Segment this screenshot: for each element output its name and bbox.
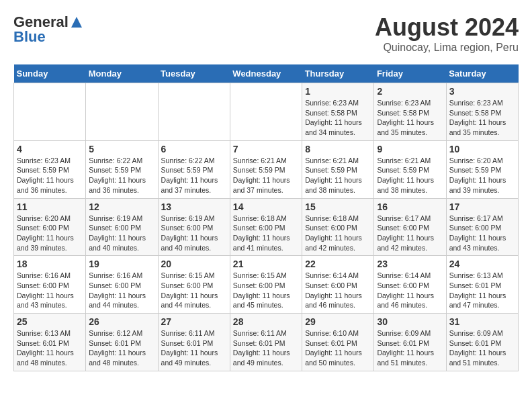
header-row: SundayMondayTuesdayWednesdayThursdayFrid…: [14, 64, 519, 83]
day-content: Sunrise: 6:21 AM Sunset: 5:59 PM Dayligh…: [233, 156, 299, 195]
svg-marker-0: [71, 17, 82, 28]
day-number: 11: [17, 201, 83, 212]
day-content: Sunrise: 6:18 AM Sunset: 6:00 PM Dayligh…: [233, 214, 299, 253]
header-day-saturday: Saturday: [446, 64, 518, 83]
calendar-cell: 31Sunrise: 6:09 AM Sunset: 6:01 PM Dayli…: [446, 314, 518, 371]
calendar-week-2: 4Sunrise: 6:23 AM Sunset: 5:59 PM Daylig…: [14, 140, 519, 198]
day-number: 9: [377, 144, 443, 154]
calendar-cell: 9Sunrise: 6:21 AM Sunset: 5:59 PM Daylig…: [374, 140, 446, 198]
day-content: Sunrise: 6:19 AM Sunset: 6:00 PM Dayligh…: [161, 214, 227, 253]
calendar-cell: 30Sunrise: 6:09 AM Sunset: 6:01 PM Dayli…: [374, 314, 446, 371]
calendar-cell: 28Sunrise: 6:11 AM Sunset: 6:01 PM Dayli…: [230, 314, 302, 371]
day-number: 6: [161, 144, 227, 154]
calendar-cell: 23Sunrise: 6:14 AM Sunset: 6:00 PM Dayli…: [374, 256, 446, 314]
calendar-cell: 26Sunrise: 6:12 AM Sunset: 6:01 PM Dayli…: [86, 314, 158, 371]
day-number: 2: [377, 86, 443, 97]
calendar-cell: 16Sunrise: 6:17 AM Sunset: 6:00 PM Dayli…: [374, 198, 446, 256]
day-number: 18: [17, 259, 83, 269]
day-content: Sunrise: 6:17 AM Sunset: 6:00 PM Dayligh…: [377, 214, 443, 253]
day-number: 12: [89, 201, 154, 212]
day-number: 3: [449, 86, 515, 97]
day-content: Sunrise: 6:15 AM Sunset: 6:00 PM Dayligh…: [161, 271, 227, 310]
day-content: Sunrise: 6:13 AM Sunset: 6:01 PM Dayligh…: [17, 328, 83, 368]
day-content: Sunrise: 6:09 AM Sunset: 6:01 PM Dayligh…: [449, 328, 515, 368]
calendar-cell: 15Sunrise: 6:18 AM Sunset: 6:00 PM Dayli…: [302, 198, 374, 256]
day-content: Sunrise: 6:11 AM Sunset: 6:01 PM Dayligh…: [161, 328, 227, 368]
header-day-tuesday: Tuesday: [158, 64, 230, 83]
day-content: Sunrise: 6:23 AM Sunset: 5:58 PM Dayligh…: [305, 98, 371, 138]
calendar-cell: [158, 83, 230, 141]
calendar-cell: [86, 83, 158, 141]
day-content: Sunrise: 6:21 AM Sunset: 5:59 PM Dayligh…: [377, 156, 443, 195]
day-number: 21: [233, 259, 299, 269]
day-number: 7: [233, 144, 299, 154]
calendar-cell: 24Sunrise: 6:13 AM Sunset: 6:01 PM Dayli…: [446, 256, 518, 314]
calendar-cell: 20Sunrise: 6:15 AM Sunset: 6:00 PM Dayli…: [158, 256, 230, 314]
calendar-cell: 21Sunrise: 6:15 AM Sunset: 6:00 PM Dayli…: [230, 256, 302, 314]
day-number: 10: [449, 144, 515, 154]
day-number: 25: [17, 316, 83, 327]
calendar-cell: [14, 83, 86, 141]
day-number: 31: [449, 316, 515, 327]
day-content: Sunrise: 6:23 AM Sunset: 5:58 PM Dayligh…: [449, 98, 515, 138]
day-content: Sunrise: 6:10 AM Sunset: 6:01 PM Dayligh…: [305, 328, 371, 368]
day-number: 30: [377, 316, 443, 327]
calendar-cell: 17Sunrise: 6:17 AM Sunset: 6:00 PM Dayli…: [446, 198, 518, 256]
day-number: 19: [89, 259, 154, 269]
calendar-cell: 12Sunrise: 6:19 AM Sunset: 6:00 PM Dayli…: [86, 198, 158, 256]
calendar-cell: 7Sunrise: 6:21 AM Sunset: 5:59 PM Daylig…: [230, 140, 302, 198]
header-day-wednesday: Wednesday: [230, 64, 302, 83]
calendar-header: SundayMondayTuesdayWednesdayThursdayFrid…: [14, 64, 519, 83]
title-block: August 2024 Quinocay, Lima region, Peru: [375, 13, 519, 54]
day-content: Sunrise: 6:16 AM Sunset: 6:00 PM Dayligh…: [17, 271, 83, 310]
day-content: Sunrise: 6:19 AM Sunset: 6:00 PM Dayligh…: [89, 214, 154, 253]
calendar-cell: 13Sunrise: 6:19 AM Sunset: 6:00 PM Dayli…: [158, 198, 230, 256]
day-content: Sunrise: 6:16 AM Sunset: 6:00 PM Dayligh…: [89, 271, 154, 310]
calendar-cell: 3Sunrise: 6:23 AM Sunset: 5:58 PM Daylig…: [446, 83, 518, 141]
day-number: 16: [377, 201, 443, 212]
calendar-cell: 18Sunrise: 6:16 AM Sunset: 6:00 PM Dayli…: [14, 256, 86, 314]
day-number: 23: [377, 259, 443, 269]
day-content: Sunrise: 6:23 AM Sunset: 5:59 PM Dayligh…: [17, 156, 83, 195]
day-content: Sunrise: 6:22 AM Sunset: 5:59 PM Dayligh…: [89, 156, 154, 195]
calendar-cell: 2Sunrise: 6:23 AM Sunset: 5:58 PM Daylig…: [374, 83, 446, 141]
logo-icon: [70, 15, 83, 29]
calendar-cell: 25Sunrise: 6:13 AM Sunset: 6:01 PM Dayli…: [14, 314, 86, 371]
calendar-week-4: 18Sunrise: 6:16 AM Sunset: 6:00 PM Dayli…: [14, 256, 519, 314]
header-day-monday: Monday: [86, 64, 158, 83]
day-content: Sunrise: 6:13 AM Sunset: 6:01 PM Dayligh…: [449, 271, 515, 310]
day-number: 26: [89, 316, 154, 327]
day-content: Sunrise: 6:09 AM Sunset: 6:01 PM Dayligh…: [377, 328, 443, 368]
calendar-cell: 14Sunrise: 6:18 AM Sunset: 6:00 PM Dayli…: [230, 198, 302, 256]
header-day-thursday: Thursday: [302, 64, 374, 83]
calendar-cell: 5Sunrise: 6:22 AM Sunset: 5:59 PM Daylig…: [86, 140, 158, 198]
day-number: 15: [305, 201, 371, 212]
calendar-table: SundayMondayTuesdayWednesdayThursdayFrid…: [13, 64, 519, 371]
calendar-week-3: 11Sunrise: 6:20 AM Sunset: 6:00 PM Dayli…: [14, 198, 519, 256]
day-number: 5: [89, 144, 154, 154]
page-header: General Blue August 2024 Quinocay, Lima …: [13, 13, 519, 54]
day-content: Sunrise: 6:20 AM Sunset: 5:59 PM Dayligh…: [449, 156, 515, 195]
day-number: 28: [233, 316, 299, 327]
calendar-cell: 1Sunrise: 6:23 AM Sunset: 5:58 PM Daylig…: [302, 83, 374, 141]
day-content: Sunrise: 6:15 AM Sunset: 6:00 PM Dayligh…: [233, 271, 299, 310]
calendar-body: 1Sunrise: 6:23 AM Sunset: 5:58 PM Daylig…: [14, 83, 519, 371]
day-number: 8: [305, 144, 371, 154]
calendar-cell: 6Sunrise: 6:22 AM Sunset: 5:59 PM Daylig…: [158, 140, 230, 198]
calendar-cell: [230, 83, 302, 141]
day-number: 17: [449, 201, 515, 212]
calendar-cell: 29Sunrise: 6:10 AM Sunset: 6:01 PM Dayli…: [302, 314, 374, 371]
logo: General Blue: [13, 13, 83, 46]
calendar-week-1: 1Sunrise: 6:23 AM Sunset: 5:58 PM Daylig…: [14, 83, 519, 141]
day-number: 27: [161, 316, 227, 327]
calendar-cell: 11Sunrise: 6:20 AM Sunset: 6:00 PM Dayli…: [14, 198, 86, 256]
calendar-week-5: 25Sunrise: 6:13 AM Sunset: 6:01 PM Dayli…: [14, 314, 519, 371]
page-subtitle: Quinocay, Lima region, Peru: [375, 42, 519, 54]
calendar-cell: 8Sunrise: 6:21 AM Sunset: 5:59 PM Daylig…: [302, 140, 374, 198]
calendar-cell: 27Sunrise: 6:11 AM Sunset: 6:01 PM Dayli…: [158, 314, 230, 371]
day-content: Sunrise: 6:23 AM Sunset: 5:58 PM Dayligh…: [377, 98, 443, 138]
day-number: 4: [17, 144, 83, 154]
header-day-friday: Friday: [374, 64, 446, 83]
day-number: 20: [161, 259, 227, 269]
day-content: Sunrise: 6:17 AM Sunset: 6:00 PM Dayligh…: [449, 214, 515, 253]
